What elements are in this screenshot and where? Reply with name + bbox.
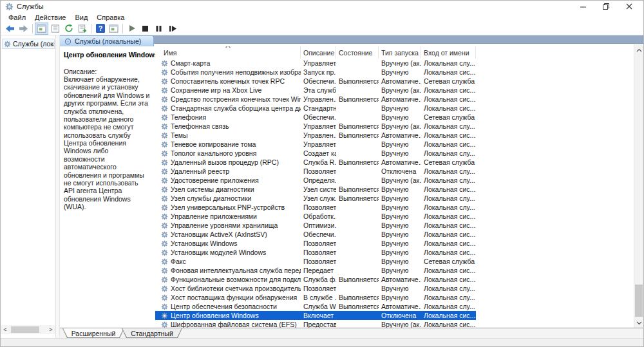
table-row[interactable]: Теневое копирование томаУправляет...Вруч…: [155, 140, 476, 149]
service-gear-icon: [161, 168, 168, 175]
menu-help[interactable]: Справка: [92, 14, 129, 21]
table-row[interactable]: Средство построения конечных точек Windo…: [155, 95, 476, 104]
services-local-header-tab: Службы (локальные): [60, 35, 154, 46]
help-icon[interactable]: ?: [93, 23, 107, 35]
stop-service-icon[interactable]: [138, 23, 152, 35]
start-service-icon[interactable]: [125, 23, 138, 35]
table-row[interactable]: Узел системы диагностикиУзел систе...Вып…: [155, 185, 476, 194]
menu-bar: Файл Действие Вид Справка: [1, 12, 643, 22]
extended-view-panel: Службы (локальные) Центр обновления Wind…: [60, 35, 643, 338]
table-row[interactable]: Установщик ActiveX (AxInstSV)Обеспечи...…: [155, 230, 476, 239]
table-row[interactable]: Узел службы диагностикиУзел служ...Выпол…: [155, 194, 476, 203]
scroll-thumb[interactable]: [11, 326, 39, 333]
service-gear-icon: [161, 150, 168, 157]
menu-file[interactable]: Файл: [4, 14, 30, 21]
pause-service-icon[interactable]: [152, 23, 166, 35]
service-gear-icon: [161, 177, 168, 184]
tree-item-label: Службы (локальные): [13, 40, 55, 48]
table-row[interactable]: Сохранение игр на Xbox LiveЭта служб...В…: [155, 86, 476, 95]
service-rows: Смарт-картаУправляет...Вручную (ак...Лок…: [155, 59, 634, 328]
table-row[interactable]: Телефонная связьУправляет...ВыполняетсяВ…: [155, 122, 476, 131]
table-row[interactable]: Центр обновления WindowsВключает ...Откл…: [155, 311, 476, 320]
table-row[interactable]: Узел универсальных PNP-устройствПозволяе…: [155, 203, 476, 212]
show-action-pane-icon[interactable]: [107, 23, 120, 35]
service-gear-icon: [161, 105, 168, 112]
table-row[interactable]: Стандартная служба сборщика центра диагн…: [155, 104, 476, 113]
column-header-startup-type[interactable]: Тип запуска: [379, 46, 421, 59]
refresh-icon[interactable]: [62, 23, 75, 35]
service-gear-icon: [161, 303, 168, 310]
table-row[interactable]: Управление уровнями хранилищаОптимизи...…: [155, 221, 476, 230]
back-icon[interactable]: [3, 23, 17, 35]
close-button[interactable]: [618, 1, 641, 12]
table-row[interactable]: Хост библиотеки счетчика производительно…: [155, 284, 476, 293]
scroll-down-icon[interactable]: [634, 318, 643, 328]
menu-action[interactable]: Действие: [30, 14, 70, 21]
scroll-thumb[interactable]: [635, 285, 643, 317]
show-console-tree-icon[interactable]: [35, 23, 48, 35]
table-row[interactable]: Тополог канального уровняСоздает ка...Вр…: [155, 149, 476, 158]
services-gear-icon: [4, 41, 11, 48]
tab-standard[interactable]: Стандартный: [122, 328, 182, 338]
service-gear-icon: [161, 141, 168, 148]
service-gear-icon: [161, 123, 168, 130]
services-window: Службы Файл Действие Вид Справка ?: [0, 0, 644, 347]
table-row[interactable]: Функциональные возможности для подключен…: [155, 275, 476, 284]
service-gear-icon: [161, 60, 168, 67]
table-row[interactable]: События получения неподвижных изображени…: [155, 68, 476, 77]
table-row[interactable]: Хост поставщика функции обнаруженияВ слу…: [155, 293, 476, 302]
column-header-name[interactable]: Имя: [155, 46, 301, 59]
title-bar: Службы: [1, 1, 643, 12]
menu-view[interactable]: Вид: [70, 14, 92, 21]
restore-button[interactable]: [594, 1, 618, 12]
table-row[interactable]: Удаленный вызов процедур (RPC)Служба R..…: [155, 158, 476, 167]
export-list-icon[interactable]: [75, 23, 89, 35]
table-row[interactable]: ТелефонияОбеспечи...ВручнуюСетевая служб…: [155, 113, 476, 122]
properties-icon[interactable]: [48, 23, 62, 35]
service-gear-icon: [161, 78, 168, 85]
view-tabs-bar: Расширенный Стандартный: [60, 328, 643, 338]
table-row[interactable]: ФаксПозволяет...ВручнуюСетевая служба: [155, 257, 476, 266]
restart-service-icon[interactable]: [166, 23, 179, 35]
console-tree-panel: Службы (локальные) < >: [1, 35, 56, 338]
table-row[interactable]: Сопоставитель конечных точек RPCОбеспечи…: [155, 77, 476, 86]
services-table: Имя Описание Состояние Тип запуска Вход …: [155, 44, 634, 328]
service-gear-icon: [161, 132, 168, 139]
service-gear-icon: [161, 267, 168, 274]
table-row[interactable]: Установщик модулей WindowsПозволяет...Вр…: [155, 248, 476, 257]
table-row[interactable]: Смарт-картаУправляет...Вручную (ак...Лок…: [155, 59, 476, 68]
table-row[interactable]: Удаленный реестрПозволяет...ОтключенаЛок…: [155, 167, 476, 176]
service-gear-icon: [161, 285, 168, 292]
toolbar: ?: [1, 22, 643, 35]
tab-extended[interactable]: Расширенный: [62, 328, 124, 338]
scroll-left-icon[interactable]: <: [1, 325, 10, 334]
scroll-track[interactable]: [10, 325, 46, 334]
table-header: Имя Описание Состояние Тип запуска Вход …: [155, 44, 634, 59]
forward-icon[interactable]: [17, 23, 30, 35]
table-row[interactable]: Управление приложениямиОбработк...Вручну…: [155, 212, 476, 221]
table-row[interactable]: Центр обеспечения безопасностиСлужба W..…: [155, 302, 476, 311]
scroll-right-icon[interactable]: >: [46, 325, 55, 334]
service-gear-icon: [161, 204, 168, 211]
column-header-status[interactable]: Состояние: [336, 46, 379, 59]
table-row[interactable]: Шифрованная файловая система (EFS)Предос…: [155, 320, 476, 328]
table-row[interactable]: ТемыУправлен...ВыполняетсяАвтоматиче...Л…: [155, 131, 476, 140]
sort-ascending-icon: [225, 46, 231, 48]
service-gear-icon: [161, 249, 168, 256]
service-gear-icon: [161, 240, 168, 247]
tree-item-services-local[interactable]: Службы (локальные): [2, 39, 55, 49]
description-text: Включает обнаружение, скачивание и устан…: [64, 75, 151, 211]
table-row[interactable]: Фоновая интеллектуальная служба передачи…: [155, 266, 476, 275]
table-row[interactable]: Удостоверение приложенияОпределя...Вручн…: [155, 176, 476, 185]
service-gear-icon: [161, 258, 168, 265]
description-pane: Центр обновления Windows Описание: Включ…: [60, 44, 155, 328]
table-vertical-scrollbar[interactable]: [634, 44, 643, 328]
column-header-description[interactable]: Описание: [301, 46, 336, 59]
tree-horizontal-scrollbar[interactable]: < >: [1, 325, 55, 334]
service-gear-icon: [161, 222, 168, 229]
scroll-up-icon[interactable]: [634, 45, 643, 55]
minimize-button[interactable]: [571, 1, 594, 12]
status-bar: [1, 338, 643, 346]
table-row[interactable]: Установщик WindowsПозволяет...ВручнуюЛок…: [155, 239, 476, 248]
column-header-logon-as[interactable]: Вход от имени: [421, 46, 476, 59]
